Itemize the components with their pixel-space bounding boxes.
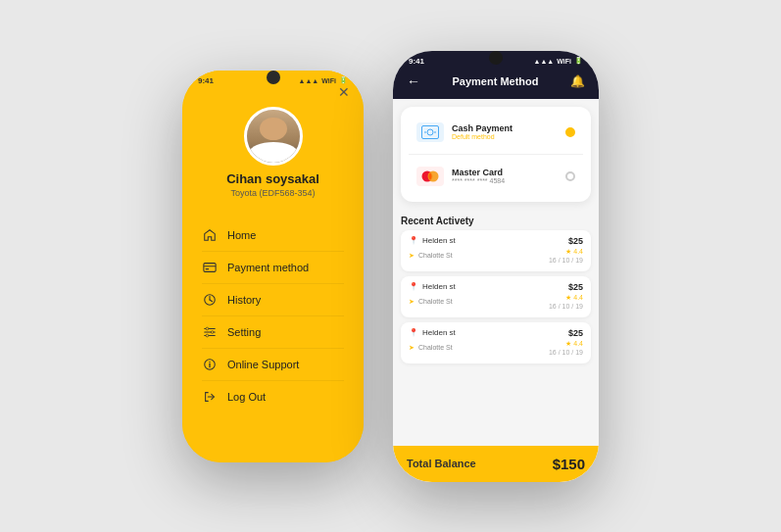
user-car: Toyota (EDF568-354) xyxy=(230,188,315,198)
activity-dest-1: ➤ Chalotte St xyxy=(409,252,453,260)
mc-card-sub: **** **** **** 4584 xyxy=(452,177,558,184)
activity-amount-2: $25 xyxy=(568,282,583,292)
mastercard-card[interactable]: Master Card **** **** **** 4584 xyxy=(409,159,583,194)
payment-header: ← Payment Method 🔔 xyxy=(393,68,599,99)
menu-item-home[interactable]: Home xyxy=(202,219,344,252)
settings-icon xyxy=(202,324,218,340)
activity-from-2: 📍 Helden st xyxy=(409,282,456,291)
cash-icon xyxy=(416,122,444,142)
cash-payment-card[interactable]: Cash Payment Defult method xyxy=(409,115,583,150)
activity-amount-3: $25 xyxy=(568,328,583,338)
activity-row-bottom-2: ➤ Chalotte St ★ 4.4 16 / 10 / 19 xyxy=(409,294,583,310)
activity-date-1: 16 / 10 / 19 xyxy=(549,257,583,264)
svg-rect-0 xyxy=(204,263,216,271)
activity-item-3[interactable]: 📍 Helden st $25 ➤ Chalotte St ★ xyxy=(401,322,591,363)
activity-row-top-3: 📍 Helden st $25 xyxy=(409,328,583,338)
menu-label-setting: Setting xyxy=(227,326,261,338)
menu-item-payment[interactable]: Payment method xyxy=(202,252,344,284)
activity-item-2[interactable]: 📍 Helden st $25 ➤ Chalotte St ★ xyxy=(401,276,591,317)
activity-dest-3: ➤ Chalotte St xyxy=(409,344,453,352)
right-phone: 9:41 ▲▲▲ WiFi 🔋 ← Payment Method 🔔 xyxy=(393,51,599,482)
nav-icon-1: ➤ xyxy=(409,252,415,260)
info-icon xyxy=(202,357,218,372)
activity-rating-3: ★ 4.4 xyxy=(565,340,583,348)
svg-point-9 xyxy=(206,327,209,330)
right-signal: ▲▲▲ WiFi 🔋 xyxy=(533,57,583,65)
total-amount: $150 xyxy=(553,456,585,472)
svg-point-14 xyxy=(209,361,210,362)
menu-item-support[interactable]: Online Support xyxy=(202,349,344,381)
menu-label-history: History xyxy=(227,294,261,306)
right-notch xyxy=(489,51,503,65)
home-icon xyxy=(202,227,218,243)
svg-rect-2 xyxy=(206,267,210,268)
credit-card-icon xyxy=(202,260,218,275)
activity-rating-1: ★ 4.4 xyxy=(565,248,583,256)
activity-from-3: 📍 Helden st xyxy=(409,328,456,337)
nav-icon-3: ➤ xyxy=(409,344,415,352)
nav-icon-2: ➤ xyxy=(409,298,415,306)
svg-point-17 xyxy=(427,129,433,135)
activity-rating-2: ★ 4.4 xyxy=(565,294,583,302)
page-title: Payment Method xyxy=(452,75,538,87)
left-time: 9:41 xyxy=(198,76,214,85)
total-label: Total Balance xyxy=(407,458,476,469)
mc-card-name: Master Card xyxy=(452,168,558,177)
activity-row-bottom-1: ➤ Chalotte St ★ 4.4 16 / 10 / 19 xyxy=(409,248,583,264)
card-divider xyxy=(409,154,583,155)
svg-point-11 xyxy=(206,334,209,337)
left-phone-content: 9:41 ▲▲▲ WiFi 🔋 ✕ Cihan soysakal xyxy=(182,71,364,462)
pin-icon-3: 📍 xyxy=(409,328,418,337)
activity-row-top-2: 📍 Helden st $25 xyxy=(409,282,583,292)
svg-line-5 xyxy=(210,300,213,302)
bell-icon[interactable]: 🔔 xyxy=(570,74,585,88)
activity-date-2: 16 / 10 / 19 xyxy=(549,303,583,310)
menu-label-support: Online Support xyxy=(227,359,299,370)
clock-icon xyxy=(202,292,218,308)
cash-card-sub: Defult method xyxy=(452,133,558,140)
menu-item-logout[interactable]: Log Out xyxy=(202,381,344,412)
pin-icon-2: 📍 xyxy=(409,282,418,291)
activity-date-3: 16 / 10 / 19 xyxy=(549,349,583,356)
svg-point-10 xyxy=(211,330,214,333)
menu-label-logout: Log Out xyxy=(227,391,266,403)
activity-row-bottom-3: ➤ Chalotte St ★ 4.4 16 / 10 / 19 xyxy=(409,340,583,356)
activity-item-1[interactable]: 📍 Helden st $25 ➤ Chalotte St ★ xyxy=(401,230,591,271)
avatar xyxy=(244,107,303,166)
cash-radio[interactable] xyxy=(565,127,575,137)
menu-label-home: Home xyxy=(227,229,256,241)
user-name: Cihan soysakal xyxy=(226,171,319,186)
cash-card-name: Cash Payment xyxy=(452,123,558,133)
mastercard-icon xyxy=(416,167,444,186)
activity-section: Recent Activety 📍 Helden st $25 ➤ Chalot xyxy=(393,210,599,446)
left-phone: 9:41 ▲▲▲ WiFi 🔋 ✕ Cihan soysakal xyxy=(182,71,364,462)
activity-amount-1: $25 xyxy=(568,236,583,246)
menu-list: Home Payment method xyxy=(182,208,364,424)
mc-radio[interactable] xyxy=(565,171,575,181)
left-notch xyxy=(267,71,280,84)
activity-dest-2: ➤ Chalotte St xyxy=(409,298,453,306)
right-phone-content: 9:41 ▲▲▲ WiFi 🔋 ← Payment Method 🔔 xyxy=(393,51,599,482)
payment-cards-section: Cash Payment Defult method xyxy=(401,107,591,202)
logout-icon xyxy=(202,389,218,405)
activity-row-top-1: 📍 Helden st $25 xyxy=(409,236,583,246)
menu-item-history[interactable]: History xyxy=(202,284,344,316)
right-time: 9:41 xyxy=(409,57,424,66)
activity-from-1: 📍 Helden st xyxy=(409,236,456,245)
bottom-bar: Total Balance $150 xyxy=(393,446,599,482)
close-button[interactable]: ✕ xyxy=(338,84,350,100)
cash-card-info: Cash Payment Defult method xyxy=(452,123,558,140)
activity-title: Recent Activety xyxy=(401,210,591,230)
pin-icon-1: 📍 xyxy=(409,236,418,245)
avatar-section: Cihan soysakal Toyota (EDF568-354) xyxy=(182,87,364,208)
back-button[interactable]: ← xyxy=(407,73,420,89)
menu-item-setting[interactable]: Setting xyxy=(202,316,344,349)
phones-container: 9:41 ▲▲▲ WiFi 🔋 ✕ Cihan soysakal xyxy=(182,51,599,482)
menu-label-payment: Payment method xyxy=(227,262,309,273)
mc-card-info: Master Card **** **** **** 4584 xyxy=(452,168,558,184)
